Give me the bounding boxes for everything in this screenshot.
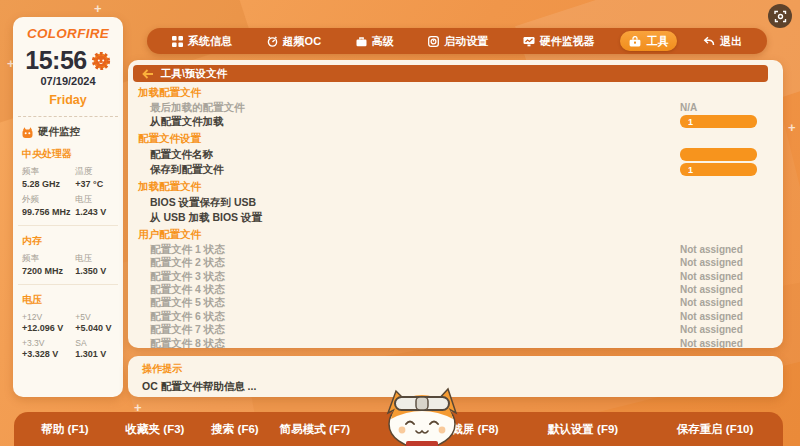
load-from-profile-input[interactable] (680, 115, 757, 128)
clock-date: 07/19/2024 (13, 75, 123, 87)
setting-row-save-to-profile[interactable]: 保存到配置文件 (128, 162, 783, 178)
tab-hardware-monitor[interactable]: 硬件监视器 (514, 31, 604, 51)
section-header: 加载配置文件 (128, 84, 783, 101)
profile-status-value: Not assigned (680, 337, 743, 348)
profile-status-value: Not assigned (680, 283, 743, 296)
monitor-chart-icon (523, 36, 535, 47)
section-header: 加载配置文件 (128, 178, 783, 195)
tab-label: 高级 (372, 34, 394, 49)
profile-status-value: Not assigned (680, 243, 743, 256)
tab-tools[interactable]: 工具 (620, 31, 677, 51)
metric-cpu-bclk: 外频 99.756 MHz (22, 194, 75, 217)
fkey-help-f1[interactable]: 帮助 (F1) (41, 422, 88, 437)
tab-system-info[interactable]: 系统信息 (163, 31, 241, 51)
tab-label: 硬件监视器 (540, 34, 595, 49)
divider (18, 225, 118, 226)
profile-status-value: Not assigned (680, 310, 743, 323)
section-header: 用户配置文件 (128, 226, 783, 243)
tab-exit[interactable]: 退出 (694, 31, 751, 51)
hardware-monitor-icon (21, 126, 34, 139)
grid-icon (172, 36, 183, 47)
clock-time: 15:56 (25, 48, 86, 73)
monitor-section-title-voltage: 电压 (22, 293, 123, 307)
hardware-monitor-title: 硬件监控 (38, 125, 80, 139)
fkey-favorites-f3[interactable]: 收藏夹 (F3) (126, 422, 185, 437)
divider (18, 116, 118, 117)
tab-advanced[interactable]: 高级 (347, 31, 403, 51)
metric-mem-frequency: 频率 7200 MHz (22, 253, 75, 276)
setting-row-load-bios-from-usb[interactable]: 从 USB 加载 BIOS 设置 (128, 210, 783, 226)
metric-cpu-temperature: 温度 +37 °C (75, 166, 119, 189)
sparkle-decoration: + (788, 120, 796, 135)
bios-screen: + + + + COLORFIRE 15:56 07/19/2024 Frida… (0, 0, 800, 446)
tab-label: 退出 (720, 34, 742, 49)
tab-label: 系统信息 (188, 34, 232, 49)
fkey-save-reset-f10[interactable]: 保存重启 (F10) (677, 422, 754, 437)
profile-status-row: 配置文件 7 状态 Not assigned (128, 323, 783, 336)
section-header: 配置文件设置 (128, 130, 783, 147)
fkey-defaults-f9[interactable]: 默认设置 (F9) (548, 422, 618, 437)
divider (18, 284, 118, 285)
monitor-section-title-memory: 内存 (22, 234, 123, 248)
metric-5v: +5V +5.040 V (75, 312, 119, 333)
tab-boot-settings[interactable]: 启动设置 (419, 31, 497, 51)
boot-clock-icon (428, 36, 439, 47)
tab-overclock[interactable]: 超频OC (258, 31, 331, 51)
gear-cat-icon (91, 51, 111, 71)
metric-12v: +12V +12.096 V (22, 312, 75, 333)
breadcrumb-label: 工具\预设文件 (161, 67, 227, 81)
profile-status-row: 配置文件 2 状态 Not assigned (128, 256, 783, 269)
screenshot-frame-icon[interactable] (768, 4, 792, 28)
setting-row-load-from-profile[interactable]: 从配置文件加载 (128, 114, 783, 130)
clock-weekday: Friday (13, 93, 123, 107)
setting-row-last-loaded-profile: 最后加载的配置文件 N/A (128, 101, 783, 114)
left-arrow-icon[interactable] (142, 69, 154, 79)
top-navigation: 系统信息 超频OC 高级 启动设置 硬件监视器 (147, 28, 767, 54)
settings-rows: 加载配置文件 最后加载的配置文件 N/A 从配置文件加载 配置文件设置 配置文件… (128, 84, 783, 348)
fkey-easy-mode-f7[interactable]: 简易模式 (F7) (280, 422, 350, 437)
metric-3v3: +3.3V +3.328 V (22, 338, 75, 359)
settings-panel: 工具\预设文件 加载配置文件 最后加载的配置文件 N/A 从配置文件加载 配置文… (128, 60, 783, 348)
profile-name-input[interactable] (680, 148, 757, 161)
metric-sa: SA 1.301 V (75, 338, 119, 359)
profile-status-row: 配置文件 3 状态 Not assigned (128, 270, 783, 283)
breadcrumb: 工具\预设文件 (133, 65, 768, 82)
profile-status-row: 配置文件 6 状态 Not assigned (128, 310, 783, 323)
sidebar-panel: COLORFIRE 15:56 07/19/2024 Friday (13, 17, 123, 397)
metric-cpu-frequency: 频率 5.28 GHz (22, 166, 75, 189)
fkey-search-f6[interactable]: 搜索 (F6) (211, 422, 258, 437)
back-arrow-icon (703, 36, 715, 47)
profile-status-value: Not assigned (680, 256, 743, 269)
profile-status-value: Not assigned (680, 296, 743, 309)
setting-value: N/A (680, 101, 697, 114)
cat-mascot (372, 383, 472, 446)
profile-status-row: 配置文件 8 状态 Not assigned (128, 337, 783, 348)
tab-label: 工具 (646, 34, 668, 49)
profile-status-row: 配置文件 4 状态 Not assigned (128, 283, 783, 296)
briefcase-icon (356, 36, 367, 47)
profile-status-row: 配置文件 5 状态 Not assigned (128, 296, 783, 309)
tab-label: 超频OC (283, 34, 322, 49)
gauge-icon (267, 36, 278, 47)
metric-mem-voltage: 电压 1.350 V (75, 253, 119, 276)
metric-cpu-voltage: 电压 1.243 V (75, 194, 119, 217)
save-to-profile-input[interactable] (680, 163, 757, 176)
help-title: 操作提示 (142, 362, 783, 376)
sparkle-decoration: + (94, 1, 102, 16)
profile-status-value: Not assigned (680, 323, 743, 336)
monitor-section-title-cpu: 中央处理器 (22, 147, 123, 161)
brand-logo: COLORFIRE (13, 26, 123, 41)
tab-label: 启动设置 (444, 34, 488, 49)
setting-row-save-bios-to-usb[interactable]: BIOS 设置保存到 USB (128, 195, 783, 211)
setting-row-profile-name[interactable]: 配置文件名称 (128, 147, 783, 163)
profile-status-value: Not assigned (680, 270, 743, 283)
profile-status-row: 配置文件 1 状态 Not assigned (128, 243, 783, 256)
toolbox-icon (629, 36, 641, 47)
